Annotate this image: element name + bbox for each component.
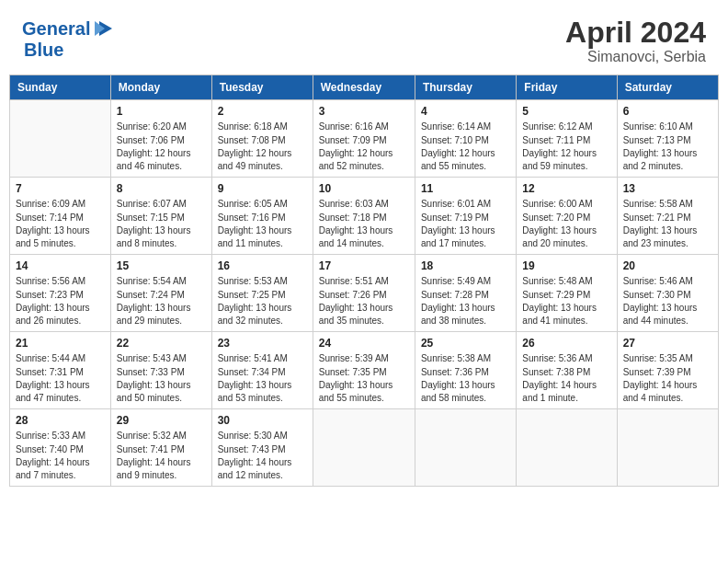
- sunrise-text: Sunrise: 6:01 AM: [421, 198, 510, 211]
- col-sunday: Sunday: [10, 75, 111, 100]
- sunrise-text: Sunrise: 6:03 AM: [319, 198, 409, 211]
- calendar-table: Sunday Monday Tuesday Wednesday Thursday…: [9, 75, 719, 487]
- sunrise-text: Sunrise: 6:18 AM: [218, 121, 307, 133]
- day-number: 2: [218, 105, 307, 118]
- calendar-cell: 3Sunrise: 6:16 AMSunset: 7:09 PMDaylight…: [313, 100, 415, 178]
- location-subtitle: Simanovci, Serbia: [565, 49, 706, 65]
- daylight-text: Daylight: 12 hours and 46 minutes.: [117, 147, 206, 172]
- calendar-cell: 12Sunrise: 6:00 AMSunset: 7:20 PMDayligh…: [517, 178, 617, 255]
- day-number: 13: [623, 182, 712, 195]
- sunrise-text: Sunrise: 5:53 AM: [218, 275, 307, 288]
- day-number: 19: [522, 259, 610, 272]
- daylight-text: Daylight: 14 hours and 4 minutes.: [623, 379, 712, 404]
- sunrise-text: Sunrise: 6:14 AM: [421, 121, 510, 133]
- sunset-text: Sunset: 7:09 PM: [319, 134, 409, 147]
- day-number: 27: [623, 337, 712, 350]
- sunset-text: Sunset: 7:25 PM: [218, 289, 307, 302]
- daylight-text: Daylight: 13 hours and 53 minutes.: [218, 379, 307, 404]
- sunrise-text: Sunrise: 6:05 AM: [218, 198, 307, 211]
- calendar-cell: 18Sunrise: 5:49 AMSunset: 7:28 PMDayligh…: [415, 255, 516, 332]
- calendar-cell: [10, 100, 111, 178]
- daylight-text: Daylight: 14 hours and 1 minute.: [522, 379, 610, 404]
- calendar-cell: 27Sunrise: 5:35 AMSunset: 7:39 PMDayligh…: [617, 332, 718, 409]
- calendar-cell: 2Sunrise: 6:18 AMSunset: 7:08 PMDaylight…: [211, 100, 313, 178]
- daylight-text: Daylight: 13 hours and 32 minutes.: [218, 302, 307, 327]
- sunrise-text: Sunrise: 5:54 AM: [117, 275, 206, 288]
- day-number: 7: [16, 182, 105, 195]
- sunset-text: Sunset: 7:24 PM: [117, 289, 206, 302]
- daylight-text: Daylight: 13 hours and 58 minutes.: [421, 379, 510, 404]
- calendar-week-row: 28Sunrise: 5:33 AMSunset: 7:40 PMDayligh…: [10, 409, 719, 487]
- sunset-text: Sunset: 7:18 PM: [319, 212, 409, 224]
- day-number: 26: [522, 337, 610, 350]
- calendar-cell: 9Sunrise: 6:05 AMSunset: 7:16 PMDaylight…: [211, 178, 313, 255]
- calendar-cell: [517, 409, 617, 487]
- sunrise-text: Sunrise: 5:46 AM: [623, 275, 712, 288]
- calendar-cell: 4Sunrise: 6:14 AMSunset: 7:10 PMDaylight…: [415, 100, 516, 178]
- calendar-cell: [313, 409, 415, 487]
- sunrise-text: Sunrise: 5:48 AM: [522, 275, 610, 288]
- daylight-text: Daylight: 13 hours and 50 minutes.: [117, 379, 206, 404]
- day-number: 11: [421, 182, 510, 195]
- calendar-cell: 15Sunrise: 5:54 AMSunset: 7:24 PMDayligh…: [110, 255, 211, 332]
- sunrise-text: Sunrise: 5:49 AM: [421, 275, 510, 288]
- calendar-cell: 24Sunrise: 5:39 AMSunset: 7:35 PMDayligh…: [313, 332, 415, 409]
- day-number: 22: [117, 337, 206, 350]
- daylight-text: Daylight: 13 hours and 20 minutes.: [522, 224, 610, 249]
- sunset-text: Sunset: 7:43 PM: [218, 443, 307, 456]
- logo-text: General: [22, 19, 90, 39]
- daylight-text: Daylight: 14 hours and 9 minutes.: [117, 456, 206, 481]
- daylight-text: Daylight: 12 hours and 59 minutes.: [522, 147, 610, 172]
- sunset-text: Sunset: 7:28 PM: [421, 289, 510, 302]
- calendar-cell: 29Sunrise: 5:32 AMSunset: 7:41 PMDayligh…: [110, 409, 211, 487]
- day-number: 25: [421, 337, 510, 350]
- daylight-text: Daylight: 12 hours and 49 minutes.: [218, 147, 307, 172]
- sunrise-text: Sunrise: 6:20 AM: [117, 121, 206, 133]
- sunset-text: Sunset: 7:30 PM: [623, 289, 712, 302]
- col-tuesday: Tuesday: [211, 75, 313, 100]
- logo: General Blue: [22, 17, 116, 60]
- sunrise-text: Sunrise: 5:33 AM: [16, 430, 105, 442]
- daylight-text: Daylight: 13 hours and 41 minutes.: [522, 302, 610, 327]
- sunset-text: Sunset: 7:15 PM: [117, 212, 206, 224]
- sunrise-text: Sunrise: 5:35 AM: [623, 352, 712, 365]
- daylight-text: Daylight: 12 hours and 55 minutes.: [421, 147, 510, 172]
- calendar-cell: 6Sunrise: 6:10 AMSunset: 7:13 PMDaylight…: [617, 100, 718, 178]
- sunrise-text: Sunrise: 6:09 AM: [16, 198, 105, 211]
- day-number: 6: [623, 105, 712, 118]
- daylight-text: Daylight: 13 hours and 8 minutes.: [117, 224, 206, 249]
- calendar-week-row: 7Sunrise: 6:09 AMSunset: 7:14 PMDaylight…: [10, 178, 719, 255]
- calendar-cell: 28Sunrise: 5:33 AMSunset: 7:40 PMDayligh…: [10, 409, 111, 487]
- day-number: 1: [117, 105, 206, 118]
- sunrise-text: Sunrise: 5:58 AM: [623, 198, 712, 211]
- sunrise-text: Sunrise: 6:10 AM: [623, 121, 712, 133]
- calendar-cell: 14Sunrise: 5:56 AMSunset: 7:23 PMDayligh…: [10, 255, 111, 332]
- sunset-text: Sunset: 7:35 PM: [319, 366, 409, 379]
- day-number: 3: [319, 105, 409, 118]
- page-header: General Blue April 2024 Simanovci, Serbi…: [0, 0, 728, 75]
- daylight-text: Daylight: 13 hours and 47 minutes.: [16, 379, 105, 404]
- sunset-text: Sunset: 7:21 PM: [623, 212, 712, 224]
- day-number: 9: [218, 182, 307, 195]
- sunrise-text: Sunrise: 5:39 AM: [319, 352, 409, 365]
- sunset-text: Sunset: 7:20 PM: [522, 212, 610, 224]
- col-thursday: Thursday: [415, 75, 516, 100]
- day-number: 10: [319, 182, 409, 195]
- daylight-text: Daylight: 13 hours and 17 minutes.: [421, 224, 510, 249]
- calendar-cell: [415, 409, 516, 487]
- calendar-cell: [617, 409, 718, 487]
- sunrise-text: Sunrise: 6:07 AM: [117, 198, 206, 211]
- day-number: 23: [218, 337, 307, 350]
- calendar-cell: 16Sunrise: 5:53 AMSunset: 7:25 PMDayligh…: [211, 255, 313, 332]
- daylight-text: Daylight: 13 hours and 5 minutes.: [16, 224, 105, 249]
- logo-blue: Blue: [24, 40, 116, 60]
- day-number: 21: [16, 337, 105, 350]
- day-number: 5: [522, 105, 610, 118]
- sunset-text: Sunset: 7:36 PM: [421, 366, 510, 379]
- calendar-cell: 21Sunrise: 5:44 AMSunset: 7:31 PMDayligh…: [10, 332, 111, 409]
- calendar-cell: 1Sunrise: 6:20 AMSunset: 7:06 PMDaylight…: [110, 100, 211, 178]
- sunset-text: Sunset: 7:16 PM: [218, 212, 307, 224]
- day-number: 14: [16, 259, 105, 272]
- sunrise-text: Sunrise: 5:32 AM: [117, 430, 206, 442]
- sunrise-text: Sunrise: 5:41 AM: [218, 352, 307, 365]
